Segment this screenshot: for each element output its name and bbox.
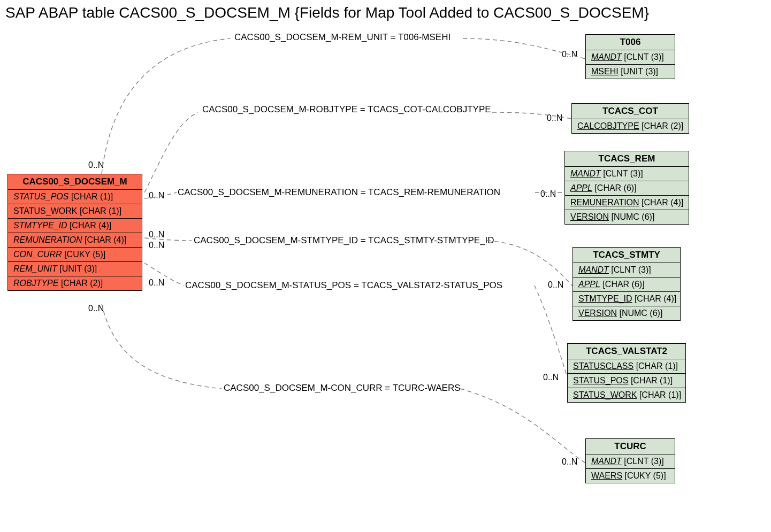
- relationship-label: CACS00_S_DOCSEM_M-REM_UNIT = T006-MSEHI: [234, 32, 451, 43]
- cardinality-label: 0..N: [543, 373, 559, 382]
- entity-tcacs-valstat2: TCACS_VALSTAT2 STATUSCLASS [CHAR (1)] ST…: [567, 343, 686, 403]
- cardinality-label: 0..N: [540, 189, 556, 199]
- entity-field: MANDT [CLNT (3)]: [586, 454, 675, 468]
- entity-field: CALCOBJTYPE [CHAR (2)]: [572, 119, 689, 133]
- entity-tcacs-cot: TCACS_COT CALCOBJTYPE [CHAR (2)]: [571, 103, 689, 134]
- cardinality-label: 0..N: [149, 278, 164, 288]
- cardinality-label: 0..N: [149, 191, 164, 201]
- cardinality-label: 0..N: [88, 304, 104, 313]
- entity-field: APPL [CHAR (6)]: [573, 277, 680, 291]
- entity-header: TCACS_STMTY: [573, 248, 680, 263]
- entity-header: TCURC: [586, 439, 675, 454]
- entity-t006: T006 MANDT [CLNT (3)] MSEHI [UNIT (3)]: [585, 34, 675, 79]
- cardinality-label: 0..N: [547, 113, 562, 123]
- entity-header: T006: [586, 35, 675, 50]
- entity-field: STATUSCLASS [CHAR (1)]: [568, 359, 685, 373]
- entity-tcurc: TCURC MANDT [CLNT (3)] WAERS [CUKY (5)]: [585, 438, 675, 483]
- entity-field: MANDT [CLNT (3)]: [565, 166, 689, 181]
- entity-header: TCACS_REM: [565, 151, 689, 166]
- entity-main-field: STMTYPE_ID [CHAR (4)]: [8, 218, 142, 233]
- cardinality-label: 0..N: [562, 50, 577, 59]
- entity-field: MANDT [CLNT (3)]: [586, 50, 675, 64]
- entity-header: TCACS_VALSTAT2: [568, 344, 685, 359]
- entity-main-field: CON_CURR [CUKY (5)]: [8, 247, 142, 261]
- entity-main-field: REMUNERATION [CHAR (4)]: [8, 233, 142, 247]
- cardinality-label: 0..N: [562, 457, 577, 467]
- relationship-label: CACS00_S_DOCSEM_M-REMUNERATION = TCACS_R…: [178, 187, 500, 198]
- entity-main-field: ROBJTYPE [CHAR (2)]: [8, 276, 142, 290]
- relationship-label: CACS00_S_DOCSEM_M-STATUS_POS = TCACS_VAL…: [185, 280, 502, 291]
- entity-main-field: STATUS_POS [CHAR (1)]: [8, 189, 142, 204]
- entity-tcacs-rem: TCACS_REM MANDT [CLNT (3)] APPL [CHAR (6…: [564, 151, 689, 225]
- relationship-label: CACS00_S_DOCSEM_M-ROBJTYPE = TCACS_COT-C…: [202, 104, 491, 115]
- entity-field: VERSION [NUMC (6)]: [573, 306, 680, 320]
- page-title: SAP ABAP table CACS00_S_DOCSEM_M {Fields…: [5, 4, 649, 21]
- cardinality-label: 0..N: [88, 160, 104, 170]
- entity-field: VERSION [NUMC (6)]: [565, 210, 689, 224]
- cardinality-label: 0..N: [548, 280, 563, 290]
- entity-tcacs-stmty: TCACS_STMTY MANDT [CLNT (3)] APPL [CHAR …: [572, 247, 681, 321]
- entity-header: TCACS_COT: [572, 104, 689, 119]
- entity-field: REMUNERATION [CHAR (4)]: [565, 195, 689, 210]
- entity-field: STATUS_POS [CHAR (1)]: [568, 373, 685, 388]
- entity-field: STATUS_WORK [CHAR (1)]: [568, 388, 685, 402]
- cardinality-label: 0..N: [149, 241, 164, 250]
- entity-main-field: REM_UNIT [UNIT (3)]: [8, 261, 142, 276]
- relationship-label: CACS00_S_DOCSEM_M-CON_CURR = TCURC-WAERS: [224, 383, 461, 394]
- cardinality-label: 0..N: [149, 230, 164, 240]
- entity-field: MANDT [CLNT (3)]: [573, 263, 680, 277]
- entity-field: APPL [CHAR (6)]: [565, 181, 689, 195]
- entity-main: CACS00_S_DOCSEM_M STATUS_POS [CHAR (1)] …: [7, 174, 142, 291]
- entity-field: STMTYPE_ID [CHAR (4)]: [573, 291, 680, 306]
- entity-field: WAERS [CUKY (5)]: [586, 468, 675, 483]
- entity-field: MSEHI [UNIT (3)]: [586, 64, 675, 79]
- relationship-label: CACS00_S_DOCSEM_M-STMTYPE_ID = TCACS_STM…: [194, 235, 494, 246]
- entity-main-header: CACS00_S_DOCSEM_M: [8, 174, 142, 189]
- entity-main-field: STATUS_WORK [CHAR (1)]: [8, 204, 142, 218]
